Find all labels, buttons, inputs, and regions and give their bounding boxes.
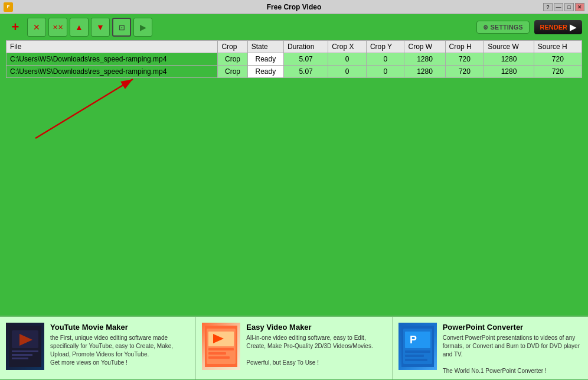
window-controls: ? — □ ✕ [543,3,584,11]
annotation-arrow [18,73,148,144]
col-crop-w: Crop W [404,41,445,53]
move-up-button[interactable]: ▲ [70,18,89,37]
table-row[interactable]: C:\Users\WS\Downloads\res_speed-ramping.… [6,53,582,66]
minimize-button[interactable]: — [554,3,563,11]
ad-ppt: P PowerPoint Converter Convert PowerPoin… [393,317,588,379]
svg-rect-17 [405,332,430,348]
value-cell: 0 [328,53,367,66]
value-cell: 720 [534,53,582,66]
svg-line-1 [35,79,133,138]
title-bar: F Free Crop Video ? — □ ✕ [0,0,588,14]
ad-ppt-image: P [398,323,437,370]
value-cell: 0 [328,66,367,78]
maximize-button[interactable]: □ [564,3,574,11]
ad-easy-video: Easy Video Maker All-in-one video editin… [196,317,392,379]
col-crop: Crop [218,41,247,53]
file-table: File Crop State Duration Crop X Crop Y C… [6,40,582,78]
svg-rect-7 [12,358,28,359]
file-cell[interactable]: C:\Users\WS\Downloads\res_speed-ramping.… [6,53,218,66]
play-button[interactable]: ▶ [133,18,152,37]
app-icon: F [4,2,13,12]
render-button[interactable]: RENDER ▶ [534,20,582,34]
file-cell[interactable]: C:\Users\WS\Downloads\res_speed-ramping.… [6,66,218,78]
crop-tool-button[interactable]: ⊡ [112,18,131,37]
col-source-w: Source W [484,41,534,53]
state-cell: Ready [247,53,283,66]
table-header-row: File Crop State Duration Crop X Crop Y C… [6,41,582,53]
ad-easy-video-content: Easy Video Maker All-in-one video editin… [246,323,386,367]
value-cell: 0 [366,53,404,66]
col-crop-h: Crop H [445,41,484,53]
svg-rect-12 [208,348,234,350]
svg-rect-5 [12,350,38,352]
settings-label: SETTINGS [491,24,523,31]
col-crop-x: Crop X [328,41,367,53]
ad-easy-video-title: Easy Video Maker [246,323,386,332]
svg-rect-19 [405,350,430,353]
col-crop-y: Crop Y [366,41,404,53]
svg-text:P: P [410,334,417,346]
value-cell: 1280 [484,53,534,66]
settings-button[interactable]: ⚙ SETTINGS [476,21,530,34]
ad-easy-video-image [202,323,240,370]
value-cell: 0 [366,66,404,78]
ad-ppt-content: PowerPoint Converter Convert PowerPoint … [443,323,582,375]
render-label: RENDER [540,24,567,31]
value-cell: 720 [534,66,582,78]
ad-youtube-title: YouTute Movie Maker [50,323,190,332]
svg-rect-14 [208,356,230,359]
render-icon: ▶ [570,22,576,32]
ad-youtube: YouTute Movie Maker the First, unique vi… [0,317,196,379]
ad-ppt-title: PowerPoint Converter [443,323,582,332]
move-down-button[interactable]: ▼ [91,18,110,37]
col-state: State [247,41,283,53]
file-table-area: File Crop State Duration Crop X Crop Y C… [6,40,582,78]
svg-rect-20 [405,355,424,357]
gear-icon: ⚙ [483,24,488,31]
main-container: + ✕ ✕✕ ▲ ▼ ⊡ ▶ ⚙ SETTINGS RENDER ▶ File … [0,14,588,316]
ad-ppt-text: Convert PowerPoint presentations to vide… [443,334,582,375]
value-cell: 1280 [484,66,534,78]
toolbar: + ✕ ✕✕ ▲ ▼ ⊡ ▶ ⚙ SETTINGS RENDER ▶ [0,14,588,40]
value-cell: 1280 [404,66,445,78]
window-title: Free Crop Video [267,3,321,11]
state-cell: Ready [247,66,283,78]
ads-area: YouTute Movie Maker the First, unique vi… [0,316,588,379]
value-cell: 720 [445,53,484,66]
add-file-button[interactable]: + [6,18,25,37]
col-source-h: Source H [534,41,582,53]
ad-youtube-image [6,323,44,370]
help-button[interactable]: ? [543,3,553,11]
svg-rect-6 [12,354,32,356]
svg-rect-13 [208,352,226,355]
ad-youtube-content: YouTute Movie Maker the First, unique vi… [50,323,190,367]
remove-button[interactable]: ✕ [27,18,46,37]
value-cell: 5.07 [284,66,328,78]
value-cell: 1280 [404,53,445,66]
ad-youtube-text: the First, unique video editing software… [50,334,190,367]
crop-cell[interactable]: Crop [218,66,247,78]
svg-rect-21 [405,359,427,361]
crop-cell[interactable]: Crop [218,53,247,66]
ad-easy-video-text: All-in-one video editing software, easy … [246,334,386,367]
col-duration: Duration [284,41,328,53]
remove-all-button[interactable]: ✕✕ [48,18,67,37]
col-file: File [6,41,218,53]
value-cell: 720 [445,66,484,78]
close-button[interactable]: ✕ [575,3,584,11]
value-cell: 5.07 [284,53,328,66]
table-row[interactable]: C:\Users\WS\Downloads\res_speed-ramping.… [6,66,582,78]
